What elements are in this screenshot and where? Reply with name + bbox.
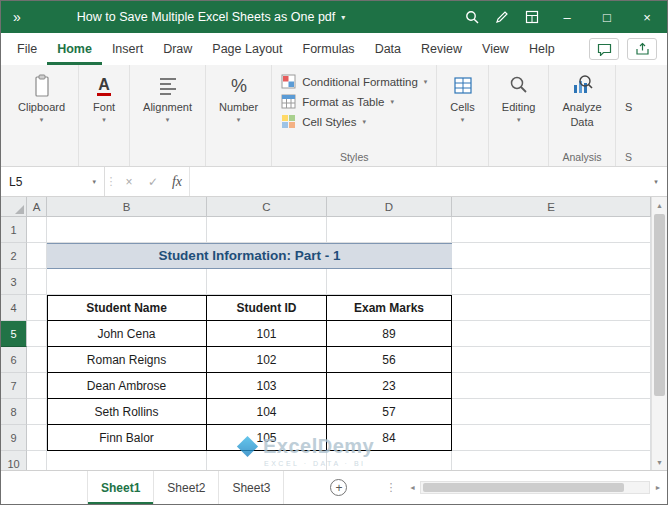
alignment-button[interactable]: Alignment ▾ — [139, 71, 196, 126]
quick-access-overflow-icon[interactable]: » — [1, 9, 31, 25]
vertical-scroll-track[interactable] — [652, 213, 667, 454]
tab-insert[interactable]: Insert — [102, 33, 153, 65]
column-header-b[interactable]: B — [47, 197, 207, 216]
tab-data[interactable]: Data — [365, 33, 411, 65]
format-as-table-button[interactable]: Format as Table ▾ — [281, 94, 394, 109]
tab-page-layout[interactable]: Page Layout — [202, 33, 292, 65]
table-cell[interactable]: 89 — [327, 321, 452, 347]
pen-icon[interactable] — [487, 1, 517, 33]
share-button[interactable] — [627, 38, 657, 60]
grid-cell[interactable] — [27, 243, 47, 269]
tab-file[interactable]: File — [7, 33, 47, 65]
table-cell[interactable]: Dean Ambrose — [47, 373, 207, 399]
grid-cell[interactable] — [207, 451, 327, 470]
sheet-tab-sheet3[interactable]: Sheet3 — [219, 471, 284, 504]
horizontal-scroll-thumb[interactable] — [423, 483, 623, 492]
grid-cell[interactable] — [452, 425, 651, 451]
grid-cell[interactable] — [27, 295, 47, 321]
conditional-formatting-button[interactable]: Conditional Formatting ▾ — [281, 74, 427, 89]
table-header-cell[interactable]: Student Name — [47, 295, 207, 321]
grid-cell[interactable] — [327, 217, 452, 243]
table-cell[interactable]: 103 — [207, 373, 327, 399]
tab-view[interactable]: View — [472, 33, 519, 65]
grid-cell[interactable] — [47, 451, 207, 470]
font-button[interactable]: A Font ▾ — [88, 71, 120, 126]
sheet-tab-sheet2[interactable]: Sheet2 — [154, 471, 219, 504]
grid-cell[interactable] — [27, 217, 47, 243]
enter-formula-button[interactable]: ✓ — [141, 167, 165, 196]
scroll-right-icon[interactable]: ► — [650, 484, 666, 491]
row-header-8[interactable]: 8 — [1, 399, 27, 425]
table-cell[interactable]: John Cena — [47, 321, 207, 347]
close-button[interactable]: × — [627, 1, 667, 33]
table-cell[interactable]: 84 — [327, 425, 452, 451]
table-cell[interactable]: 104 — [207, 399, 327, 425]
grid-cell[interactable] — [27, 269, 47, 295]
tab-draw[interactable]: Draw — [153, 33, 202, 65]
minimize-button[interactable]: – — [547, 1, 587, 33]
maximize-button[interactable]: □ — [587, 1, 627, 33]
table-cell[interactable]: 57 — [327, 399, 452, 425]
title-dropdown-icon[interactable]: ▾ — [341, 13, 345, 22]
row-header-5-selected[interactable]: 5 — [1, 321, 27, 347]
tab-help[interactable]: Help — [519, 33, 565, 65]
grid-cell[interactable] — [47, 269, 207, 295]
row-header-1[interactable]: 1 — [1, 217, 27, 243]
editing-button[interactable]: Editing ▾ — [498, 71, 540, 126]
row-header-4[interactable]: 4 — [1, 295, 27, 321]
add-sheet-button[interactable]: + — [330, 471, 347, 504]
table-cell[interactable]: 23 — [327, 373, 452, 399]
number-button[interactable]: % Number ▾ — [215, 71, 262, 126]
sheet-tab-sheet1[interactable]: Sheet1 — [87, 471, 154, 504]
grid-cell[interactable] — [452, 321, 651, 347]
grid-cell[interactable] — [327, 269, 452, 295]
scroll-left-icon[interactable]: ◄ — [404, 484, 420, 491]
row-header-6[interactable]: 6 — [1, 347, 27, 373]
grid-cell[interactable] — [47, 217, 207, 243]
table-cell[interactable]: Roman Reigns — [47, 347, 207, 373]
partial-group-button[interactable]: S — [621, 99, 636, 116]
tab-review[interactable]: Review — [411, 33, 472, 65]
cancel-formula-button[interactable]: × — [117, 167, 141, 196]
grid-cell[interactable] — [452, 347, 651, 373]
column-header-e[interactable]: E — [452, 197, 651, 216]
table-cell[interactable]: Finn Balor — [47, 425, 207, 451]
table-header-cell[interactable]: Student ID — [207, 295, 327, 321]
name-box-dropdown-icon[interactable]: ▾ — [92, 178, 96, 186]
row-header-3[interactable]: 3 — [1, 269, 27, 295]
grid-cell[interactable] — [207, 269, 327, 295]
grid-cell[interactable] — [27, 425, 47, 451]
table-cell[interactable]: 56 — [327, 347, 452, 373]
row-header-7[interactable]: 7 — [1, 373, 27, 399]
scroll-up-icon[interactable]: ▲ — [652, 197, 667, 213]
tab-formulas[interactable]: Formulas — [293, 33, 365, 65]
cell-styles-button[interactable]: Cell Styles ▾ — [281, 114, 366, 129]
vertical-scrollbar[interactable]: ▲ ▼ — [651, 197, 667, 470]
title-merged-cell[interactable]: Student Information: Part - 1 — [47, 243, 452, 269]
horizontal-scrollbar[interactable]: ◄ ► — [404, 471, 667, 504]
grid-cell[interactable] — [452, 269, 651, 295]
grid-cell[interactable] — [27, 399, 47, 425]
grid-cell[interactable] — [27, 321, 47, 347]
vertical-scroll-thumb[interactable] — [654, 214, 665, 396]
tab-home[interactable]: Home — [47, 33, 102, 65]
grid-cell[interactable] — [452, 295, 651, 321]
cells-button[interactable]: Cells ▾ — [446, 71, 478, 126]
tab-bar-resize-handle[interactable]: ⋮ — [385, 471, 396, 504]
row-header-9[interactable]: 9 — [1, 425, 27, 451]
grid-cell[interactable] — [452, 373, 651, 399]
column-header-d[interactable]: D — [327, 197, 452, 216]
grid-cell[interactable] — [452, 217, 651, 243]
grid-cell[interactable] — [27, 347, 47, 373]
grid-cell[interactable] — [452, 451, 651, 470]
column-header-a[interactable]: A — [27, 197, 47, 216]
column-header-c[interactable]: C — [207, 197, 327, 216]
clipboard-button[interactable]: Clipboard ▾ — [14, 71, 69, 126]
horizontal-scroll-track[interactable] — [420, 481, 650, 494]
grid-cell[interactable] — [452, 399, 651, 425]
table-cell[interactable]: Seth Rollins — [47, 399, 207, 425]
formula-input[interactable] — [189, 167, 645, 196]
grid-cell[interactable] — [27, 451, 47, 470]
search-icon[interactable] — [457, 1, 487, 33]
grid-cell[interactable] — [327, 451, 452, 470]
